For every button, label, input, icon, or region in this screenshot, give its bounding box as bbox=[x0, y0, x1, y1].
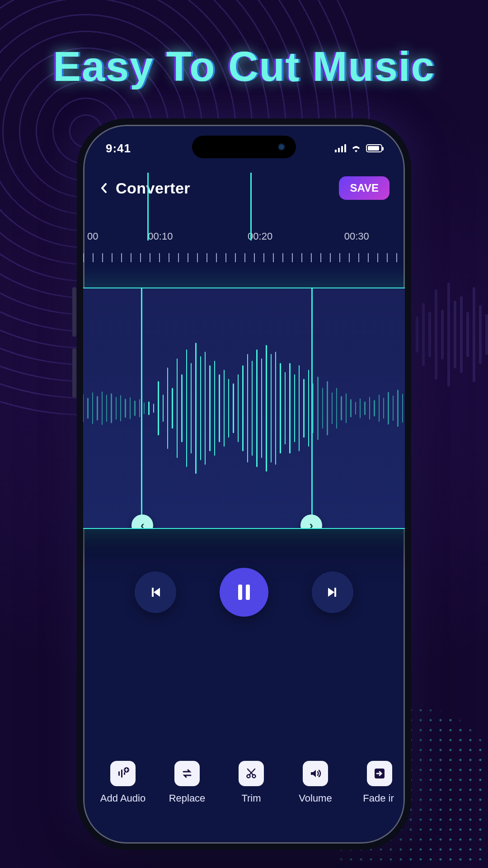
phone-frame: 9:41 Converter SAVE 0000:1000:2000:30 ‹ … bbox=[77, 118, 411, 850]
page-title: Converter bbox=[116, 179, 190, 197]
tool-add-audio[interactable]: Add Audio bbox=[100, 761, 145, 804]
trim-icon bbox=[239, 761, 264, 786]
save-button[interactable]: SAVE bbox=[339, 176, 389, 200]
playback-controls bbox=[83, 568, 405, 617]
timeline-ticks bbox=[83, 253, 405, 262]
svg-rect-0 bbox=[238, 585, 242, 600]
previous-button[interactable] bbox=[135, 571, 176, 613]
phone-side-button bbox=[72, 348, 76, 398]
tool-fade-in[interactable]: Fade in bbox=[357, 761, 394, 804]
tool-label: Fade in bbox=[363, 793, 394, 804]
decorative-equalizer bbox=[416, 267, 488, 402]
wifi-icon bbox=[351, 144, 361, 152]
phone-side-button bbox=[72, 287, 76, 337]
tool-label: Volume bbox=[299, 793, 332, 804]
tool-volume[interactable]: Volume bbox=[293, 761, 338, 804]
add-audio-icon bbox=[110, 761, 136, 786]
timeline-label: 00:30 bbox=[344, 231, 369, 242]
selection-marker-right[interactable] bbox=[250, 173, 252, 241]
tool-trim[interactable]: Trim bbox=[229, 761, 274, 804]
status-bar: 9:41 bbox=[83, 139, 405, 157]
app-header: Converter SAVE bbox=[83, 174, 405, 203]
selection-region[interactable]: ‹ › bbox=[141, 288, 313, 528]
fade-in-icon bbox=[367, 761, 392, 786]
volume-icon bbox=[303, 761, 328, 786]
timeline-ruler[interactable]: 0000:1000:2000:30 bbox=[83, 231, 405, 262]
pause-button[interactable] bbox=[220, 568, 268, 617]
svg-rect-1 bbox=[246, 585, 250, 600]
svg-rect-4 bbox=[124, 772, 125, 775]
waveform-card[interactable]: ‹ › bbox=[77, 288, 411, 529]
svg-rect-3 bbox=[121, 769, 122, 778]
cellular-signal-icon bbox=[335, 144, 346, 152]
tool-label: Add Audio bbox=[100, 793, 145, 804]
replace-icon bbox=[174, 761, 200, 786]
timeline-label: 00:10 bbox=[148, 231, 173, 242]
status-time: 9:41 bbox=[106, 142, 131, 156]
next-button[interactable] bbox=[312, 571, 353, 613]
selection-marker-left[interactable] bbox=[147, 173, 149, 241]
hero-title: Easy To Cut Music bbox=[0, 43, 488, 90]
selection-handle-left[interactable]: ‹ bbox=[131, 514, 153, 529]
tool-replace[interactable]: Replace bbox=[164, 761, 210, 804]
battery-icon bbox=[366, 144, 382, 152]
svg-rect-2 bbox=[118, 771, 120, 776]
tool-label: Trim bbox=[241, 793, 261, 804]
back-button[interactable] bbox=[99, 183, 109, 193]
timeline-label: 00 bbox=[87, 231, 98, 242]
tool-bar[interactable]: Add AudioReplaceTrimVolumeFade in bbox=[94, 749, 394, 816]
tool-label: Replace bbox=[169, 793, 206, 804]
